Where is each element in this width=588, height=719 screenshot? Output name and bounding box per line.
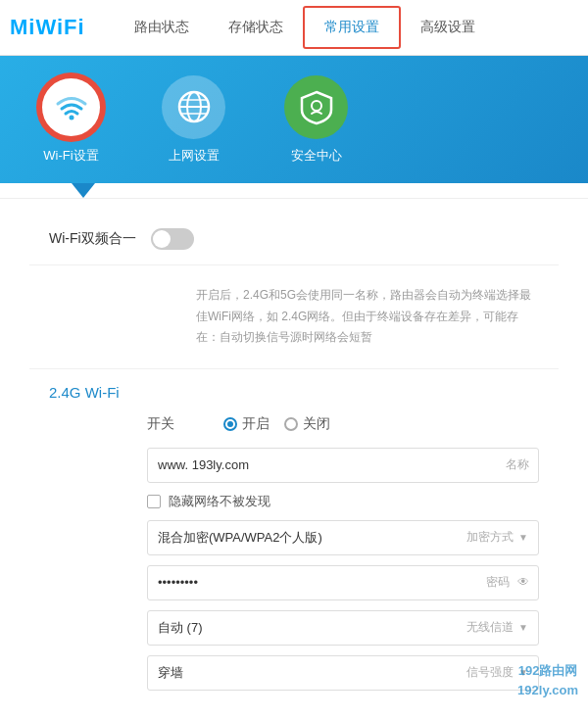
nav-router-status[interactable]: 路由状态 — [115, 0, 209, 55]
channel-value: 自动 (7) — [158, 619, 203, 637]
hide-network-label: 隐藏网络不被发现 — [169, 493, 270, 510]
internet-settings-label: 上网设置 — [169, 147, 220, 165]
wifi-dual-label: Wi-Fi双频合一 — [49, 230, 136, 248]
switch-label: 开关 — [147, 415, 174, 433]
encrypt-chevron: ▼ — [518, 532, 528, 543]
wifi-settings-button[interactable]: Wi-Fi设置 — [39, 75, 103, 165]
icon-bar: Wi-Fi设置 上网设置 安全中心 — [0, 56, 588, 183]
radio-off[interactable]: 关闭 — [284, 415, 330, 433]
watermark: 192路由网 192ly.com — [517, 661, 578, 699]
signal-suffix-label: 信号强度 — [466, 664, 514, 681]
ssid-suffix: 名称 — [506, 456, 529, 473]
internet-icon-circle — [162, 75, 225, 139]
encrypt-suffix-label: 加密方式 — [466, 529, 514, 546]
signal-value: 穿墙 — [158, 664, 183, 682]
form-area: 开关 开启 关闭 名称 隐藏网络不被发现 — [29, 415, 559, 710]
section-24g-title: 2.4G Wi-Fi — [29, 369, 559, 415]
ssid-input[interactable] — [147, 448, 539, 483]
wifi-settings-label: Wi-Fi设置 — [43, 147, 98, 165]
internet-settings-button[interactable]: 上网设置 — [162, 75, 225, 165]
signal-select[interactable]: 穿墙 信号强度 ▼ — [147, 655, 539, 691]
wifi-dot — [69, 116, 74, 120]
watermark-line1: 192路由网 — [517, 661, 578, 681]
security-center-label: 安全中心 — [291, 147, 342, 165]
header: MiWiFi 路由状态 存储状态 常用设置 高级设置 — [0, 0, 588, 56]
switch-row: 开关 开启 关闭 — [147, 415, 539, 433]
active-indicator-arrow — [72, 183, 95, 198]
hide-network-checkbox[interactable] — [147, 495, 161, 508]
security-icon-circle — [284, 75, 348, 139]
wifi-icon-circle — [39, 75, 103, 139]
svg-point-5 — [312, 101, 321, 111]
wifi-icon — [53, 88, 90, 125]
nav-storage-status[interactable]: 存储状态 — [209, 0, 303, 55]
security-center-button[interactable]: 安全中心 — [284, 75, 348, 165]
eye-icon[interactable]: 👁 — [517, 575, 529, 589]
wifi-dual-toggle[interactable] — [151, 228, 194, 250]
ssid-row: 名称 — [147, 448, 539, 483]
internet-icon — [174, 87, 214, 126]
radio-on-label: 开启 — [242, 415, 270, 433]
channel-select[interactable]: 自动 (7) 无线信道 ▼ — [147, 610, 539, 646]
nav-advanced-settings[interactable]: 高级设置 — [401, 0, 495, 55]
nav-bar: 路由状态 存储状态 常用设置 高级设置 — [115, 0, 588, 55]
channel-chevron: ▼ — [518, 622, 528, 633]
radio-on[interactable]: 开启 — [223, 415, 270, 433]
security-icon — [298, 88, 335, 125]
wifi-dual-band-row: Wi-Fi双频合一 — [29, 218, 559, 265]
password-row: 密码 👁 — [147, 565, 539, 600]
encrypt-suffix: 加密方式 ▼ — [466, 529, 528, 546]
password-suffix-label: 密码 — [486, 575, 510, 589]
encrypt-row: 混合加密(WPA/WPA2个人版) 加密方式 ▼ — [147, 520, 539, 555]
watermark-line2: 192ly.com — [517, 681, 578, 700]
wifi-dual-description: 开启后，2.4G和5G会使用同一名称，路由器会自动为终端选择最佳WiFi网络，如… — [29, 275, 559, 369]
content-area: Wi-Fi双频合一 开启后，2.4G和5G会使用同一名称，路由器会自动为终端选择… — [0, 199, 588, 719]
radio-on-dot — [223, 417, 237, 431]
password-suffix: 密码 👁 — [486, 574, 529, 591]
channel-row: 自动 (7) 无线信道 ▼ — [147, 610, 539, 646]
encrypt-select[interactable]: 混合加密(WPA/WPA2个人版) 加密方式 ▼ — [147, 520, 539, 555]
nav-common-settings[interactable]: 常用设置 — [303, 6, 401, 50]
password-input[interactable] — [147, 565, 539, 600]
radio-off-dot — [284, 417, 298, 431]
hide-network-row: 隐藏网络不被发现 — [147, 493, 539, 510]
signal-row: 穿墙 信号强度 ▼ — [147, 655, 539, 691]
logo: MiWiFi — [10, 15, 85, 40]
encrypt-value: 混合加密(WPA/WPA2个人版) — [158, 529, 322, 547]
wifi-dual-desc-text: 开启后，2.4G和5G会使用同一名称，路由器会自动为终端选择最佳WiFi网络，如… — [196, 288, 531, 344]
channel-suffix: 无线信道 ▼ — [466, 619, 528, 636]
radio-off-label: 关闭 — [303, 415, 330, 433]
channel-suffix-label: 无线信道 — [466, 619, 514, 636]
